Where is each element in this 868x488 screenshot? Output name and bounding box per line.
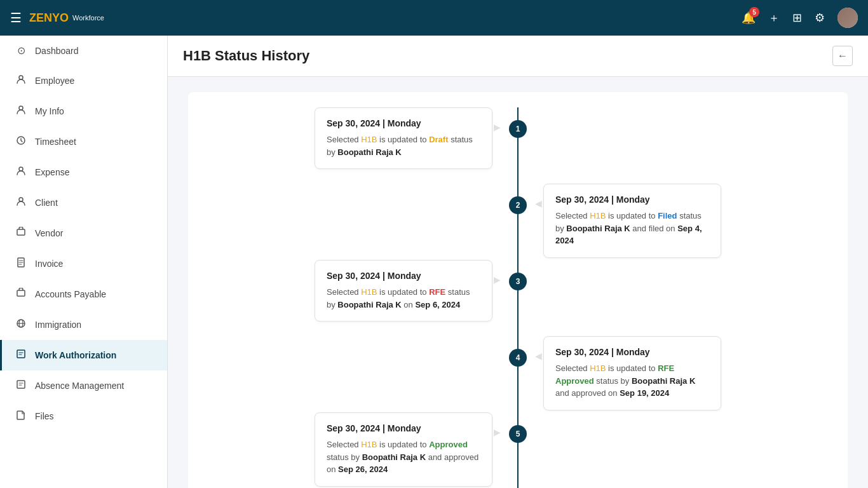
sidebar-item-employee[interactable]: Employee <box>0 65 167 96</box>
timeline-row-2: 2 Sep 30, 2024 | Monday Selected H1B is … <box>208 184 827 260</box>
sidebar-label-expense: Expense <box>35 167 69 177</box>
h1b-label-5: H1B <box>361 440 377 449</box>
status-label-2: Filed <box>658 211 677 220</box>
sidebar: ⊙ Dashboard Employee My Info Timesheet <box>0 36 168 488</box>
avatar[interactable] <box>837 8 858 28</box>
card-date-5: Sep 30, 2024 | Monday <box>327 423 480 433</box>
card-body-3: Selected H1B is updated to RFE status by… <box>327 286 480 311</box>
content-area: H1B Status History ← Sep 30, 2024 | Mond… <box>168 36 868 488</box>
sidebar-item-vendor[interactable]: Vendor <box>0 218 167 248</box>
header-right: 🔔 5 ＋ ⊞ ⚙ <box>742 8 858 28</box>
expense-icon <box>15 166 27 179</box>
grid-icon[interactable]: ⊞ <box>792 11 802 25</box>
card-date-3: Sep 30, 2024 | Monday <box>327 271 480 281</box>
svg-point-1 <box>19 106 23 110</box>
timeline-right-2: Sep 30, 2024 | Monday Selected H1B is up… <box>518 184 827 258</box>
svg-rect-11 <box>17 381 25 388</box>
sidebar-label-employee: Employee <box>35 76 74 86</box>
h1b-label-1: H1B <box>361 135 377 144</box>
sidebar-label-invoice: Invoice <box>35 259 63 269</box>
sidebar-item-dashboard[interactable]: ⊙ Dashboard <box>0 36 167 65</box>
sidebar-item-accounts-payable[interactable]: Accounts Payable <box>0 279 167 309</box>
status-label-5: Approved <box>429 440 468 449</box>
timeline-card-1: Sep 30, 2024 | Monday Selected H1B is up… <box>315 107 492 169</box>
card-body-1: Selected H1B is updated to Draft status … <box>327 133 480 158</box>
svg-point-4 <box>19 198 23 201</box>
hamburger-icon[interactable]: ☰ <box>10 10 22 25</box>
timeline-wrapper: Sep 30, 2024 | Monday Selected H1B is up… <box>188 92 848 488</box>
sidebar-label-timesheet: Timesheet <box>35 137 76 147</box>
timeline-dot-4: 4 <box>509 349 527 367</box>
person-label-2: Boopathi Raja K <box>566 224 630 233</box>
logo-text: ZENYO <box>29 11 69 25</box>
person-label-3: Boopathi Raja K <box>337 300 401 309</box>
timeline-left-3: Sep 30, 2024 | Monday Selected H1B is up… <box>208 260 518 322</box>
settings-icon[interactable]: ⚙ <box>815 11 825 25</box>
timeline-card-2: Sep 30, 2024 | Monday Selected H1B is up… <box>543 184 721 258</box>
person-label-5: Boopathi Raja K <box>362 452 426 462</box>
notification-badge: 5 <box>749 7 759 17</box>
sidebar-item-invoice[interactable]: Invoice <box>0 248 167 279</box>
main-layout: ⊙ Dashboard Employee My Info Timesheet <box>0 36 868 488</box>
card-date-2: Sep 30, 2024 | Monday <box>555 194 709 205</box>
absence-management-icon <box>15 379 27 392</box>
sidebar-item-absence-management[interactable]: Absence Management <box>0 370 167 401</box>
date-label-4: Sep 19, 2024 <box>620 388 669 398</box>
files-icon <box>15 410 27 423</box>
timeline-left-5: Sep 30, 2024 | Monday Selected H1B is up… <box>208 412 518 487</box>
timeline-left-1: Sep 30, 2024 | Monday Selected H1B is up… <box>208 107 518 169</box>
page-title: H1B Status History <box>183 48 309 64</box>
timeline-dot-3: 3 <box>509 273 527 290</box>
notification-icon[interactable]: 🔔 5 <box>742 11 756 25</box>
work-authorization-icon <box>15 349 27 362</box>
timeline-center-2: 2 <box>509 196 527 214</box>
sidebar-label-work-authorization: Work Authorization <box>35 350 116 360</box>
person-label-4: Boopathi Raja K <box>632 376 695 386</box>
sidebar-label-client: Client <box>35 198 58 208</box>
sidebar-item-files[interactable]: Files <box>0 401 167 431</box>
status-label-1: Draft <box>429 135 448 144</box>
back-button[interactable]: ← <box>832 46 853 66</box>
add-icon[interactable]: ＋ <box>768 10 780 25</box>
sidebar-item-immigration[interactable]: Immigration <box>0 309 167 340</box>
timeline-dot-1: 1 <box>509 120 527 138</box>
timeline-row-3: Sep 30, 2024 | Monday Selected H1B is up… <box>208 260 827 336</box>
sidebar-item-work-authorization[interactable]: Work Authorization <box>0 340 167 370</box>
sidebar-item-expense[interactable]: Expense <box>0 157 167 187</box>
card-date-4: Sep 30, 2024 | Monday <box>555 347 709 357</box>
sidebar-item-timesheet[interactable]: Timesheet <box>0 126 167 157</box>
sidebar-label-dashboard: Dashboard <box>35 46 79 56</box>
date-label-3: Sep 6, 2024 <box>415 300 460 309</box>
top-header: ☰ ZENYO Workforce 🔔 5 ＋ ⊞ ⚙ <box>0 0 868 36</box>
accounts-payable-icon <box>15 288 27 301</box>
timeline-right-4: Sep 30, 2024 | Monday Selected H1B is up… <box>518 336 827 410</box>
dashboard-icon: ⊙ <box>15 44 27 57</box>
sidebar-label-my-info: My Info <box>35 106 64 116</box>
svg-point-3 <box>19 167 23 171</box>
logo: ZENYO Workforce <box>29 11 104 25</box>
sidebar-label-files: Files <box>35 411 54 421</box>
timeline-center-5: 5 <box>509 425 527 443</box>
timeline-card-4: Sep 30, 2024 | Monday Selected H1B is up… <box>543 336 721 410</box>
sidebar-item-client[interactable]: Client <box>0 187 167 218</box>
card-body-4: Selected H1B is updated to RFE Approved … <box>555 362 709 400</box>
h1b-label-4: H1B <box>590 363 606 373</box>
timeline: Sep 30, 2024 | Monday Selected H1B is up… <box>208 107 827 488</box>
header-left: ☰ ZENYO Workforce <box>10 10 104 25</box>
sidebar-item-my-info[interactable]: My Info <box>0 96 167 126</box>
sidebar-label-absence-management: Absence Management <box>35 381 124 391</box>
invoice-icon <box>15 257 27 270</box>
timeline-row-5: Sep 30, 2024 | Monday Selected H1B is up… <box>208 412 827 488</box>
timeline-row-1: Sep 30, 2024 | Monday Selected H1B is up… <box>208 107 827 184</box>
svg-rect-7 <box>17 290 25 296</box>
h1b-label-2: H1B <box>590 211 606 220</box>
svg-rect-5 <box>17 229 25 235</box>
timeline-row-4: 4 Sep 30, 2024 | Monday Selected H1B is … <box>208 336 827 412</box>
page-header: H1B Status History ← <box>168 36 868 77</box>
status-label-3: RFE <box>429 287 445 297</box>
timesheet-icon <box>15 135 27 148</box>
employee-icon <box>15 74 27 87</box>
timeline-card-3: Sep 30, 2024 | Monday Selected H1B is up… <box>315 260 492 322</box>
my-info-icon <box>15 105 27 118</box>
sidebar-label-vendor: Vendor <box>35 228 63 238</box>
